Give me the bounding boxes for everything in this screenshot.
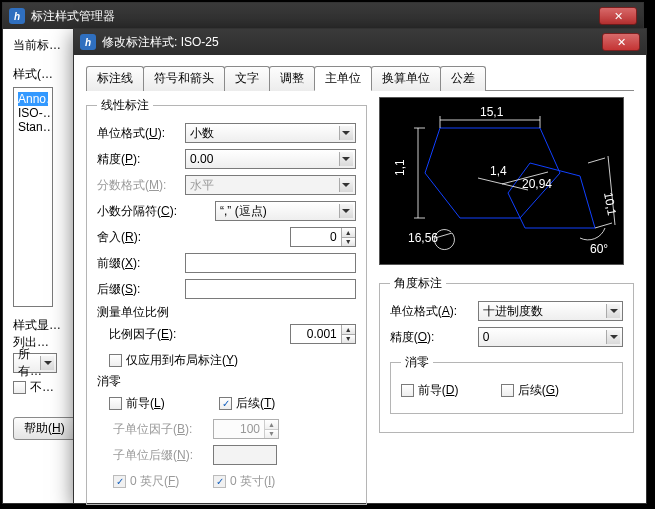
app-icon: h <box>80 34 96 50</box>
window-title: 标注样式管理器 <box>31 8 599 25</box>
linear-group: 线性标注 单位格式(U): 小数 精度(P): 0.00 分数格式(M): 水平… <box>86 97 367 505</box>
prefix-label: 前缀(X): <box>97 255 185 272</box>
svg-text:10,1: 10,1 <box>601 191 619 217</box>
tab-strip: 标注线 符号和箭头 文字 调整 主单位 换算单位 公差 <box>86 65 634 91</box>
styles-list[interactable]: Anno… ISO-… Stan… <box>13 87 53 307</box>
spin-up-icon[interactable]: ▲ <box>342 325 355 335</box>
angle-group: 角度标注 单位格式(A): 十进制度数 精度(O): 0 消零 前导(D) 后续… <box>379 275 634 433</box>
svg-text:20,94: 20,94 <box>522 177 552 191</box>
list-item[interactable]: Anno… <box>18 92 48 106</box>
subunit-factor-label: 子单位因子(B): <box>113 421 213 438</box>
apply-layout-checkbox[interactable]: 仅应用到布局标注(Y) <box>109 352 238 369</box>
subunit-suffix-label: 子单位后缀(N): <box>113 447 213 464</box>
tab-primary-units[interactable]: 主单位 <box>314 66 372 91</box>
precision-select[interactable]: 0.00 <box>185 149 356 169</box>
scale-factor-spin[interactable]: ▲▼ <box>290 324 356 344</box>
angle-trailing-checkbox[interactable]: 后续(G) <box>501 382 559 399</box>
suffix-label: 后缀(S): <box>97 281 185 298</box>
chevron-down-icon <box>339 204 353 218</box>
decimal-sep-select[interactable]: “,” (逗点) <box>215 201 356 221</box>
window-title: 修改标注样式: ISO-25 <box>102 34 602 51</box>
angle-format-label: 单位格式(A): <box>390 303 478 320</box>
subunit-suffix-input <box>213 445 277 465</box>
chevron-down-icon <box>339 178 353 192</box>
chevron-down-icon <box>339 152 353 166</box>
frac-format-select: 水平 <box>185 175 356 195</box>
close-icon[interactable]: ✕ <box>602 33 640 51</box>
angle-precision-select[interactable]: 0 <box>478 327 623 347</box>
chevron-down-icon <box>40 356 54 370</box>
help-button[interactable]: 帮助(H) <box>13 417 76 440</box>
trailing-checkbox[interactable]: ✓后续(T) <box>219 395 275 412</box>
tab-alt-units[interactable]: 换算单位 <box>371 66 441 91</box>
scale-group-label: 测量单位比例 <box>97 304 356 321</box>
svg-text:60°: 60° <box>590 242 608 256</box>
roundoff-spin[interactable]: ▲▼ <box>290 227 356 247</box>
zero-inch-checkbox: ✓0 英寸(I) <box>213 473 275 490</box>
svg-line-8 <box>588 158 605 163</box>
spin-up-icon[interactable]: ▲ <box>342 228 355 238</box>
titlebar[interactable]: h 修改标注样式: ISO-25 ✕ <box>74 29 646 55</box>
prefix-input[interactable] <box>185 253 356 273</box>
precision-label: 精度(P): <box>97 151 185 168</box>
svg-text:1,4: 1,4 <box>490 164 507 178</box>
tab-symbols[interactable]: 符号和箭头 <box>143 66 225 91</box>
tab-text[interactable]: 文字 <box>224 66 270 91</box>
angle-leading-checkbox[interactable]: 前导(D) <box>401 382 501 399</box>
zero-group-label: 消零 <box>97 373 356 390</box>
list-item[interactable]: ISO-… <box>18 106 48 120</box>
frac-format-label: 分数格式(M): <box>97 177 185 194</box>
roundoff-label: 舍入(R): <box>97 229 185 246</box>
tab-lines[interactable]: 标注线 <box>86 66 144 91</box>
unit-format-select[interactable]: 小数 <box>185 123 356 143</box>
modify-style-window: h 修改标注样式: ISO-25 ✕ 标注线 符号和箭头 文字 调整 主单位 换… <box>73 28 647 504</box>
angle-precision-label: 精度(O): <box>390 329 478 346</box>
suffix-input[interactable] <box>185 279 356 299</box>
close-icon[interactable]: ✕ <box>599 7 637 25</box>
chevron-down-icon <box>606 304 620 318</box>
unit-format-label: 单位格式(U): <box>97 125 185 142</box>
svg-text:16,56: 16,56 <box>408 231 438 245</box>
leading-checkbox[interactable]: 前导(L) <box>109 395 219 412</box>
list-item[interactable]: Stan… <box>18 120 48 134</box>
subunit-factor-spin: ▲▼ <box>213 419 279 439</box>
decimal-sep-label: 小数分隔符(C): <box>97 203 185 220</box>
tab-tolerances[interactable]: 公差 <box>440 66 486 91</box>
angle-format-select[interactable]: 十进制度数 <box>478 301 623 321</box>
svg-text:1,1: 1,1 <box>393 159 407 176</box>
preview-pane: 15,1 1,1 1,4 20,94 10,1 16,56 60° <box>379 97 624 265</box>
svg-marker-1 <box>508 163 595 228</box>
spin-down-icon[interactable]: ▼ <box>342 238 355 247</box>
svg-line-9 <box>595 223 612 228</box>
tab-fit[interactable]: 调整 <box>269 66 315 91</box>
svg-text:15,1: 15,1 <box>480 105 504 119</box>
scale-factor-label: 比例因子(E): <box>109 326 197 343</box>
list-filter-select[interactable]: 所有… <box>13 353 57 373</box>
angle-zero-group: 消零 前导(D) 后续(G) <box>390 354 623 414</box>
spin-down-icon[interactable]: ▼ <box>342 335 355 344</box>
chevron-down-icon <box>606 330 620 344</box>
titlebar[interactable]: h 标注样式管理器 ✕ <box>3 3 643 29</box>
chevron-down-icon <box>339 126 353 140</box>
app-icon: h <box>9 8 25 24</box>
zero-feet-checkbox: ✓0 英尺(F) <box>113 473 213 490</box>
no-xref-checkbox[interactable]: 不… <box>13 379 54 396</box>
